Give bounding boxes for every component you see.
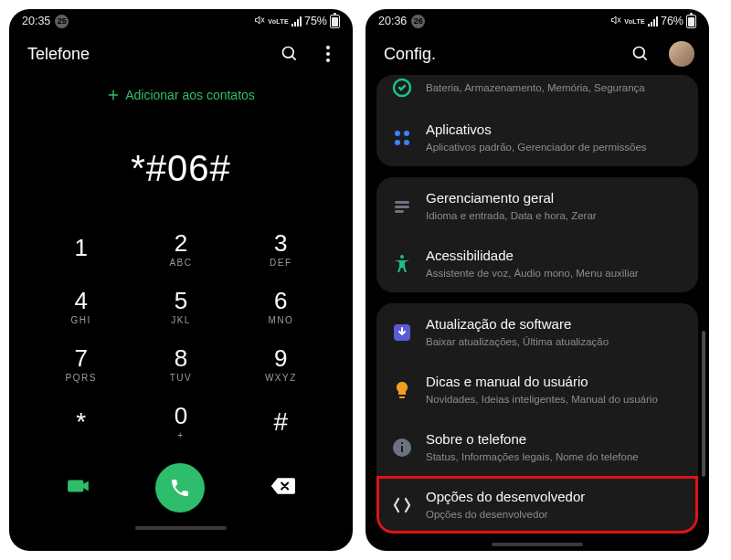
video-call-button[interactable] [67,474,90,502]
settings-row-general[interactable]: Gerenciamento geral Idioma e entrada, Da… [376,177,698,235]
status-bar: 20:35 25 VoLTE 75% [9,9,353,33]
battery-indicator: 75% [304,15,340,28]
phone-settings-screen: 20:36 26 VoLTE 76% Config. [366,9,709,551]
key-9[interactable]: 9WXYZ [231,335,331,393]
settings-row-subtitle: Baixar atualizações, Última atualização [426,335,683,350]
more-button[interactable] [318,44,338,64]
device-care-icon [391,77,413,99]
key-2[interactable]: 2ABC [131,220,230,278]
dialed-number-display: *#06# [9,108,353,220]
settings-row-title: Acessibilidade [426,247,683,265]
battery-indicator: 76% [661,15,696,28]
settings-row-subtitle: Aplicativos padrão, Gerenciador de permi… [426,141,683,155]
info-icon [391,437,413,459]
key-star[interactable]: * [31,393,131,450]
search-button[interactable] [630,44,651,64]
svg-rect-9 [395,201,409,204]
svg-line-3 [643,57,647,60]
volte-indicator: VoLTE [268,18,289,25]
app-header: Telefone [9,33,353,75]
settings-row-title: Gerenciamento geral [426,189,683,207]
svg-point-6 [404,131,409,136]
profile-avatar[interactable] [669,41,694,67]
key-5[interactable]: 5JKL [131,278,230,335]
svg-rect-15 [401,446,403,452]
settings-row-subtitle: Assistente de voz, Áudio mono, Menu auxi… [426,267,683,281]
svg-line-1 [292,57,296,60]
settings-row-device-care[interactable]: Bateria, Armazenamento, Memória, Seguran… [376,75,698,109]
developer-icon [391,494,413,516]
settings-row-accessibility[interactable]: Acessibilidade Assistente de voz, Áudio … [376,235,698,292]
settings-row-title: Aplicativos [426,121,683,139]
key-4[interactable]: 4GHI [31,278,131,335]
update-icon [391,322,413,343]
add-to-contacts-button[interactable]: Adicionar aos contatos [9,75,353,108]
mute-icon [254,15,265,28]
key-0[interactable]: 0+ [131,393,230,450]
app-header: Config. [366,33,709,75]
svg-rect-11 [395,210,404,213]
key-3[interactable]: 3DEF [231,220,331,278]
search-icon [631,45,650,63]
settings-row-subtitle: Bateria, Armazenamento, Memória, Seguran… [426,81,683,96]
signal-icon [291,16,302,26]
phone-dialer-screen: 20:35 25 VoLTE 75% Telefone Adicionar ao… [9,9,353,551]
backspace-icon [270,476,295,496]
settings-row-apps[interactable]: Aplicativos Aplicativos padrão, Gerencia… [376,109,698,166]
notification-count-badge: 26 [411,15,425,28]
search-icon [281,45,299,63]
search-button[interactable] [280,44,300,64]
more-icon [326,46,330,62]
scrollbar-thumb[interactable] [702,331,705,477]
plus-icon [107,89,120,101]
video-icon [67,474,90,498]
phone-icon [169,477,191,499]
svg-point-12 [400,255,404,259]
settings-row-title: Dicas e manual do usuário [426,373,683,391]
svg-rect-16 [401,442,403,444]
key-6[interactable]: 6MNO [231,278,331,335]
status-time: 20:36 [378,15,407,27]
settings-card: Atualização de software Baixar atualizaç… [376,303,698,534]
settings-list[interactable]: Bateria, Armazenamento, Memória, Seguran… [366,75,709,538]
status-time: 20:35 [22,15,50,27]
settings-row-subtitle: Status, Informações legais, Nome do tele… [426,450,683,465]
key-8[interactable]: 8TUV [131,335,230,393]
settings-row-title: Sobre o telefone [426,430,683,449]
mute-icon [610,15,621,28]
status-bar: 20:36 26 VoLTE 76% [366,9,709,33]
settings-row-subtitle: Novidades, Ideias inteligentes, Manual d… [426,393,683,407]
tips-icon [391,379,413,401]
settings-row-subtitle: Idioma e entrada, Data e hora, Zerar [426,209,683,224]
call-button[interactable] [155,463,205,512]
settings-card: Gerenciamento geral Idioma e entrada, Da… [376,177,698,292]
app-title: Telefone [27,45,90,64]
settings-card: Bateria, Armazenamento, Memória, Seguran… [376,75,698,166]
key-7[interactable]: 7PQRS [31,335,131,393]
key-1[interactable]: 1 [31,220,131,278]
add-to-contacts-label: Adicionar aos contatos [125,88,255,102]
backspace-button[interactable] [270,476,295,500]
notification-count-badge: 25 [55,15,69,28]
dial-keypad: 1 2ABC 3DEF 4GHI 5JKL 6MNO 7PQRS 8TUV 9W… [9,220,353,450]
svg-point-5 [395,131,400,136]
settings-row-title: Atualização de software [426,315,683,333]
svg-point-0 [283,48,294,58]
accessibility-icon [391,253,413,275]
settings-row-software-update[interactable]: Atualização de software Baixar atualizaç… [376,303,698,361]
settings-row-tips[interactable]: Dicas e manual do usuário Novidades, Ide… [376,361,698,418]
dial-actions [9,450,353,522]
svg-point-8 [404,140,409,145]
key-hash[interactable]: # [231,393,331,450]
gesture-bar [366,538,709,551]
signal-icon [648,16,658,26]
svg-point-7 [395,140,400,145]
svg-point-2 [634,48,645,58]
volte-indicator: VoLTE [624,18,645,25]
settings-row-title: Opções do desenvolvedor [426,488,683,506]
apps-icon [391,127,413,149]
settings-row-about-phone[interactable]: Sobre o telefone Status, Informações leg… [376,418,698,476]
settings-row-developer-options[interactable]: Opções do desenvolvedor Opções do desenv… [376,476,698,534]
general-icon [391,195,413,217]
svg-rect-10 [395,206,409,208]
